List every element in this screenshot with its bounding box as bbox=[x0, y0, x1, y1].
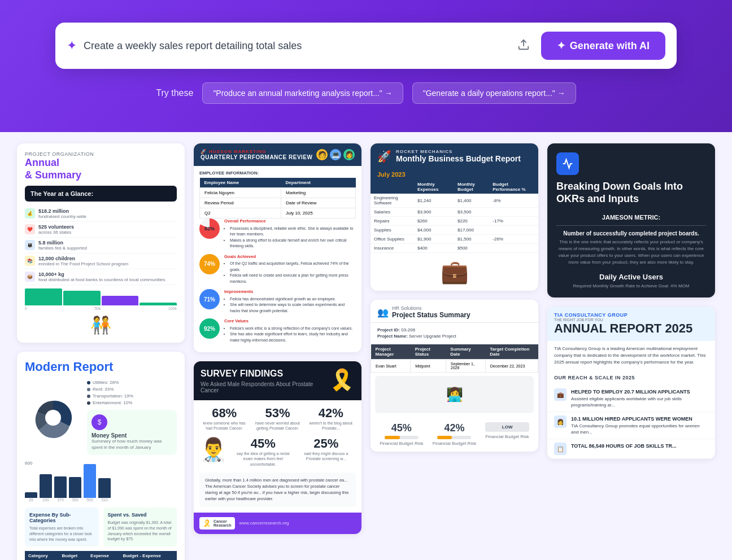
suggestion-2[interactable]: "Generate a daily operations report..." … bbox=[412, 82, 576, 104]
employee-info-label: Employee Information: bbox=[199, 170, 356, 176]
emp-name: Felicia Nguyen bbox=[200, 188, 281, 198]
stat-25: 25% said they might discuss a Prostate s… bbox=[297, 436, 356, 466]
money-box: $ Money Spent Summary of how much money … bbox=[87, 410, 177, 455]
lower-stats-grid: 45% say the idea of getting a rectal exa… bbox=[233, 436, 356, 466]
money-icon: 💰 bbox=[25, 208, 35, 218]
expense-breakdown-box: Expense By Sub-Categories Total expenses… bbox=[25, 508, 99, 546]
review-date: July 10, 2025 bbox=[281, 208, 356, 218]
overall-performance-row: 82% Overall Performance Possesses a disc… bbox=[199, 218, 356, 250]
stat-53: 53% have never worried about getting Pro… bbox=[252, 406, 302, 431]
global-text: Globally, more than 1.4 million men are … bbox=[199, 473, 356, 507]
budget-illustration: 💼 bbox=[371, 253, 538, 291]
stat-item: 📦 10,000+ kg food distributed at food ba… bbox=[25, 269, 177, 285]
svg-point-2 bbox=[45, 410, 61, 426]
hr-header: 👥 HR Solutions Project Status Summary bbox=[371, 300, 538, 323]
survey-findings-card[interactable]: SURVEY FINDINGS We Asked Male Respondent… bbox=[194, 361, 361, 534]
year-at-glance-box: The Year at a Glance: bbox=[25, 186, 177, 202]
search-bar-container: ✦ Create a weekly sales report detailing… bbox=[55, 23, 677, 69]
project-status: Midpoint bbox=[411, 360, 446, 373]
stat-42: 42% weren't to the blog about Prostate..… bbox=[306, 406, 356, 431]
perf-illustration: 🧑 💻 👩 bbox=[316, 149, 355, 160]
stat-68: 68% knew someone who has had Prostate Ca… bbox=[199, 406, 249, 431]
table-row: Insurance$400$500 bbox=[371, 244, 538, 253]
company-name: ROCKET MECHANICS bbox=[396, 149, 521, 154]
family-icon: 👨‍👩‍👧 bbox=[25, 240, 35, 250]
tia-company: TIA CONSULTANCY GROUP bbox=[554, 312, 708, 318]
budget-report-card[interactable]: 🚀 ROCKET MECHANICS Monthly Business Budg… bbox=[371, 143, 538, 291]
hudson-logo: 🚀 HUDSON MARKETING bbox=[201, 149, 312, 154]
tia-stat-1: 💼 HELPED TO EMPLOY 20.7 MILLION APPLICAN… bbox=[547, 385, 715, 412]
okr-chart-icon bbox=[556, 152, 579, 175]
budget-period: July 2023 bbox=[371, 169, 538, 180]
hr-title: Project Status Summary bbox=[392, 311, 470, 319]
okr-sub-text: Required Monthly Growth Rate to Achieve … bbox=[556, 283, 706, 288]
ribbon-icon: 🎗️ bbox=[329, 368, 355, 392]
budget-header: 🚀 ROCKET MECHANICS Monthly Business Budg… bbox=[371, 143, 538, 169]
person-icon-2: 💻 bbox=[330, 149, 341, 160]
doctor-section: 👨‍⚕️ 45% say the idea of getting a recta… bbox=[194, 436, 361, 472]
summary-date: September 1, 2026 bbox=[446, 360, 485, 373]
gauge-bar-1 bbox=[385, 436, 419, 439]
rocket-icon: 🚀 bbox=[377, 150, 391, 163]
core-values-row: 92% Core Values Felicia's work ethic is … bbox=[199, 318, 356, 343]
stat-item: 📚 12,000 children enrolled in The Food P… bbox=[25, 253, 177, 269]
suggestion-1-text: "Produce an annual marketing analysis re… bbox=[213, 89, 392, 98]
cancer-url: www.cancerresearch.org bbox=[239, 520, 289, 526]
performance-header: 🚀 HUDSON MARKETING QUARTERLY PERFORMANCE… bbox=[194, 143, 361, 166]
bar-2 bbox=[63, 291, 101, 305]
survey-header: SURVEY FINDINGS We Asked Male Respondent… bbox=[194, 361, 361, 400]
annual-summary-card[interactable]: Project Organization Annual & Summary Th… bbox=[17, 143, 185, 343]
table-row: Engineering Software$1,240$1,400-8% bbox=[371, 194, 538, 208]
gauge-section: 45% Financial Budget Risk 42% Financial … bbox=[371, 417, 538, 452]
hr-company: HR Solutions bbox=[392, 305, 470, 311]
gauge-low: LOW Financial Budget Risk bbox=[485, 422, 529, 446]
tia-women-icon: 👩 bbox=[554, 415, 567, 428]
tia-stat-3: 📋 TOTAL 86,549 HOURS OF JOB SKILLS TR... bbox=[547, 439, 715, 459]
person-icon-1: 🧑 bbox=[316, 149, 328, 160]
doctor-icon: 👨‍⚕️ bbox=[199, 436, 228, 463]
tia-desc: TIA Consultancy Group is a leading Ameri… bbox=[547, 341, 715, 370]
budget-table: Monthly Expenses Monthly Budget Budget P… bbox=[371, 180, 538, 253]
employee-table: Employee Name Department Felicia Nguyen … bbox=[199, 178, 356, 218]
okr-sub-title: Daily Active Users bbox=[556, 273, 706, 281]
volunteer-icon: ❤️ bbox=[25, 224, 35, 234]
tia-annual-report-card[interactable]: TIA CONSULTANCY GROUP THE RIGHT JOB FOR … bbox=[547, 307, 715, 459]
overall-circle: 82% bbox=[199, 218, 220, 239]
gauge-42: 42% Financial Budget Risk bbox=[433, 422, 476, 446]
school-icon: 📚 bbox=[25, 256, 35, 266]
modern-report-card[interactable]: Modern Report Utilities: 28% Rent: 33% T… bbox=[17, 352, 185, 560]
suggestion-1[interactable]: "Produce an annual marketing analysis re… bbox=[202, 82, 403, 104]
gallery-section: Project Organization Annual & Summary Th… bbox=[0, 132, 732, 560]
table-row: Supplies$4,000$17,000 bbox=[371, 226, 538, 235]
bar-chart-mini bbox=[25, 288, 177, 305]
spent-saved-box: Spent vs. Saved Budget was originally $1… bbox=[103, 508, 177, 546]
stat-45: 45% say the idea of getting a rectal exa… bbox=[233, 436, 293, 466]
performance-review-card[interactable]: 🚀 HUDSON MARKETING QUARTERLY PERFORMANCE… bbox=[194, 143, 361, 352]
upload-button[interactable] bbox=[513, 34, 534, 58]
bar-3 bbox=[102, 296, 139, 305]
project-manager: Evan Stuart bbox=[371, 360, 411, 373]
stat-item: ❤️ 525 volunteers across 36 states bbox=[25, 222, 177, 238]
suggestion-2-text: "Generate a daily operations report..." … bbox=[423, 89, 565, 98]
legend-utilities: Utilities: 28% bbox=[87, 380, 177, 385]
okr-card[interactable]: Breaking Down Goals Into OKRs and Inputs… bbox=[547, 143, 715, 298]
project-info: Project ID: 03-206 Project Name: Server … bbox=[371, 323, 538, 344]
okr-metric-desc: Number of successfully completed project… bbox=[556, 230, 706, 237]
generate-sparkle-icon: ✦ bbox=[557, 40, 565, 52]
legend-entertainment: Entertainment: 10% bbox=[87, 400, 177, 405]
goals-row: 74% Goals Achieved Of the Q2 traffic and… bbox=[199, 254, 356, 285]
okr-body: JAMESON METRIC: Number of successfully c… bbox=[547, 214, 715, 298]
tia-employ-icon: 💼 bbox=[554, 388, 567, 401]
bar-4 bbox=[140, 303, 177, 306]
sparkle-icon: ✦ bbox=[67, 38, 77, 53]
core-values-circle: 92% bbox=[199, 318, 220, 339]
cancer-research-logo: 🎗️ Cancer Research bbox=[199, 517, 235, 530]
gauge-45: 45% Financial Budget Risk bbox=[380, 422, 423, 446]
stat-item: 👨‍👩‍👧 5.8 million families fed & support… bbox=[25, 238, 177, 253]
suggestions-row: Try these "Produce an annual marketing a… bbox=[156, 82, 576, 104]
pie-section: Utilities: 28% Rent: 33% Transportation:… bbox=[25, 380, 177, 455]
generate-button[interactable]: ✦ Generate with AI bbox=[541, 32, 665, 60]
table-row: Evan Stuart Midpoint September 1, 2026 D… bbox=[371, 360, 538, 373]
table-row: Repairs$260$220-17% bbox=[371, 217, 538, 226]
hr-project-card[interactable]: 👥 HR Solutions Project Status Summary Pr… bbox=[371, 300, 538, 452]
